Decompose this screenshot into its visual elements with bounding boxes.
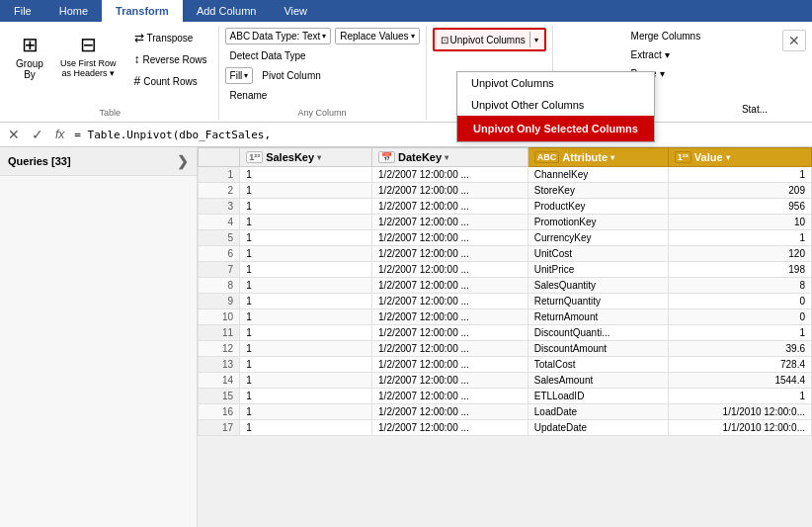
tab-transform[interactable]: Transform bbox=[102, 0, 183, 22]
table-row[interactable]: 3 1 1/2/2007 12:00:00 ... ProductKey 956 bbox=[199, 199, 812, 215]
row-num-cell: 13 bbox=[199, 357, 240, 373]
table-row[interactable]: 10 1 1/2/2007 12:00:00 ... ReturnAmount … bbox=[199, 309, 812, 325]
datekey-sort-arrow[interactable]: ▾ bbox=[445, 153, 448, 162]
table-row[interactable]: 5 1 1/2/2007 12:00:00 ... CurrencyKey 1 bbox=[199, 230, 812, 246]
cell-value: 1/1/2010 12:00:0... bbox=[668, 404, 811, 420]
use-first-row-icon: ⊟ bbox=[80, 33, 97, 56]
cell-saleskey: 1 bbox=[240, 246, 372, 262]
formula-input[interactable] bbox=[72, 127, 808, 143]
row-num-cell: 14 bbox=[199, 373, 240, 389]
data-table-wrapper[interactable]: 1²³ SalesKey ▾ 📅 DateKey ▾ bbox=[198, 147, 812, 527]
table-row[interactable]: 12 1 1/2/2007 12:00:00 ... DiscountAmoun… bbox=[199, 341, 812, 357]
merge-columns-label: Merge Columns bbox=[631, 31, 701, 42]
dropdown-unpivot-selected[interactable]: Unpivot Only Selected Columns bbox=[457, 116, 654, 141]
tab-view[interactable]: View bbox=[270, 0, 321, 22]
table-row[interactable]: 16 1 1/2/2007 12:00:00 ... LoadDate 1/1/… bbox=[199, 404, 812, 420]
cell-value: 39.6 bbox=[668, 341, 811, 357]
cell-saleskey: 1 bbox=[240, 183, 372, 199]
col-header-value[interactable]: 1²³ Value ▾ bbox=[668, 148, 811, 167]
cell-datekey: 1/2/2007 12:00:00 ... bbox=[372, 325, 528, 341]
use-first-row-button[interactable]: ⊟ Use First Rowas Headers ▾ bbox=[53, 28, 123, 83]
cell-datekey: 1/2/2007 12:00:00 ... bbox=[372, 404, 528, 420]
cell-datekey: 1/2/2007 12:00:00 ... bbox=[372, 309, 528, 325]
pivot-column-button[interactable]: Pivot Column bbox=[257, 67, 325, 84]
cell-attribute: DiscountQuanti... bbox=[528, 325, 668, 341]
extract-label: Extract bbox=[631, 49, 662, 60]
stat-button[interactable]: Stat... bbox=[737, 101, 772, 118]
merge-columns-button[interactable]: Merge Columns bbox=[626, 28, 706, 44]
replace-values-dropdown[interactable]: Replace Values ▾ bbox=[335, 28, 419, 44]
dropdown-menu: Unpivot Columns Unpivot Other Columns Un… bbox=[456, 71, 655, 142]
reverse-rows-label: Reverse Rows bbox=[143, 54, 207, 65]
cell-attribute: UnitPrice bbox=[528, 262, 668, 278]
cell-attribute: ReturnAmount bbox=[528, 309, 668, 325]
reverse-rows-button[interactable]: ↕ Reverse Rows bbox=[129, 49, 212, 69]
tab-home[interactable]: Home bbox=[45, 0, 102, 22]
cell-attribute: SalesQuantity bbox=[528, 278, 668, 294]
cell-attribute: ETLLoadID bbox=[528, 389, 668, 404]
queries-collapse-button[interactable]: ❯ bbox=[177, 153, 189, 169]
attribute-col-label: Attribute bbox=[562, 151, 608, 163]
fill-dropdown[interactable]: Fill ▾ bbox=[225, 67, 254, 84]
col-header-saleskey[interactable]: 1²³ SalesKey ▾ bbox=[240, 148, 372, 167]
cell-attribute: DiscountAmount bbox=[528, 341, 668, 357]
cell-value: 8 bbox=[668, 278, 811, 294]
tab-add-column[interactable]: Add Column bbox=[183, 0, 271, 22]
table-row[interactable]: 13 1 1/2/2007 12:00:00 ... TotalCost 728… bbox=[199, 357, 812, 373]
cell-saleskey: 1 bbox=[240, 325, 372, 341]
table-row[interactable]: 6 1 1/2/2007 12:00:00 ... UnitCost 120 bbox=[199, 246, 812, 262]
extract-button[interactable]: Extract ▾ bbox=[626, 46, 675, 63]
cell-datekey: 1/2/2007 12:00:00 ... bbox=[372, 183, 528, 199]
row-num-cell: 2 bbox=[199, 183, 240, 199]
count-rows-button[interactable]: # Count Rows bbox=[129, 71, 203, 91]
data-type-dropdown[interactable]: ABC Data Type: Text ▾ bbox=[225, 28, 332, 44]
rename-button[interactable]: Rename bbox=[225, 87, 273, 104]
detect-data-type-button[interactable]: Detect Data Type bbox=[225, 47, 311, 64]
datekey-col-label: DateKey bbox=[398, 151, 442, 163]
table-row[interactable]: 17 1 1/2/2007 12:00:00 ... UpdateDate 1/… bbox=[199, 420, 812, 436]
formula-fx: fx bbox=[51, 128, 68, 141]
formula-cancel[interactable]: ✕ bbox=[4, 125, 24, 144]
table-row[interactable]: 1 1 1/2/2007 12:00:00 ... ChannelKey 1 bbox=[199, 167, 812, 183]
transpose-label: Transpose bbox=[147, 33, 194, 44]
cell-attribute: ChannelKey bbox=[528, 167, 668, 183]
table-row[interactable]: 15 1 1/2/2007 12:00:00 ... ETLLoadID 1 bbox=[199, 389, 812, 404]
cell-datekey: 1/2/2007 12:00:00 ... bbox=[372, 167, 528, 183]
group-by-button[interactable]: ⊞ GroupBy bbox=[8, 28, 51, 85]
cell-attribute: UnitCost bbox=[528, 246, 668, 262]
table-row[interactable]: 11 1 1/2/2007 12:00:00 ... DiscountQuant… bbox=[199, 325, 812, 341]
ribbon: File Home Transform Add Column View ⊞ Gr… bbox=[0, 0, 812, 123]
transpose-button[interactable]: ⇄ Transpose bbox=[129, 28, 199, 47]
dropdown-unpivot-columns[interactable]: Unpivot Columns bbox=[457, 72, 654, 94]
row-num-cell: 12 bbox=[199, 341, 240, 357]
close-button[interactable]: ✕ bbox=[782, 30, 806, 51]
table-row[interactable]: 2 1 1/2/2007 12:00:00 ... StoreKey 209 bbox=[199, 183, 812, 199]
cell-datekey: 1/2/2007 12:00:00 ... bbox=[372, 341, 528, 357]
cell-saleskey: 1 bbox=[240, 199, 372, 215]
value-col-label: Value bbox=[694, 151, 723, 163]
cell-saleskey: 1 bbox=[240, 230, 372, 246]
col-header-datekey[interactable]: 📅 DateKey ▾ bbox=[372, 148, 528, 167]
cell-saleskey: 1 bbox=[240, 420, 372, 436]
value-type-badge: 1²³ bbox=[675, 151, 691, 163]
table-row[interactable]: 9 1 1/2/2007 12:00:00 ... ReturnQuantity… bbox=[199, 294, 812, 309]
table-row[interactable]: 7 1 1/2/2007 12:00:00 ... UnitPrice 198 bbox=[199, 262, 812, 278]
cell-datekey: 1/2/2007 12:00:00 ... bbox=[372, 420, 528, 436]
table-row[interactable]: 4 1 1/2/2007 12:00:00 ... PromotionKey 1… bbox=[199, 215, 812, 230]
dropdown-unpivot-other[interactable]: Unpivot Other Columns bbox=[457, 94, 654, 116]
col-header-attribute[interactable]: ABC Attribute ▾ bbox=[528, 148, 668, 167]
table-row[interactable]: 14 1 1/2/2007 12:00:00 ... SalesAmount 1… bbox=[199, 373, 812, 389]
table-row[interactable]: 8 1 1/2/2007 12:00:00 ... SalesQuantity … bbox=[199, 278, 812, 294]
group-by-label: GroupBy bbox=[16, 58, 43, 80]
saleskey-sort-arrow[interactable]: ▾ bbox=[317, 153, 321, 162]
attribute-sort-arrow[interactable]: ▾ bbox=[610, 153, 614, 162]
row-num-cell: 7 bbox=[199, 262, 240, 278]
unpivot-arrow[interactable]: ▾ bbox=[534, 36, 538, 44]
value-sort-arrow[interactable]: ▾ bbox=[726, 153, 730, 162]
cell-datekey: 1/2/2007 12:00:00 ... bbox=[372, 246, 528, 262]
data-table: 1²³ SalesKey ▾ 📅 DateKey ▾ bbox=[198, 147, 812, 436]
formula-confirm[interactable]: ✓ bbox=[28, 125, 47, 144]
tab-file[interactable]: File bbox=[0, 0, 45, 22]
parse-arrow: ▾ bbox=[660, 68, 665, 79]
unpivot-columns-button[interactable]: ⊡ Unpivot Columns ▾ bbox=[433, 28, 546, 51]
